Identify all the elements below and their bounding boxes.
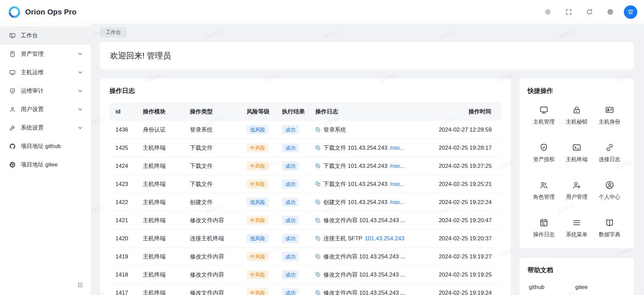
copy-icon[interactable]: [315, 163, 321, 169]
quick-action-personal-center[interactable]: 个人中心: [593, 181, 626, 201]
tab-workbench[interactable]: 工作台: [100, 27, 127, 38]
sidebar-menu: 工作台资产管理主机运维运维审计用户设置系统设置项目地址 github项目地址 g…: [0, 26, 91, 174]
sidebar-item-gitee[interactable]: 项目地址 gitee: [0, 155, 91, 174]
quick-action-label: 系统菜单: [566, 231, 587, 238]
result-badge: 成功: [282, 180, 299, 189]
log-type: 下载文件: [186, 157, 243, 175]
log-time: 2024-02-25 19:25:21: [435, 175, 501, 193]
log-table-row: 1421主机终端修改文件内容中风险成功修改文件内容 101.43.254.243…: [109, 211, 501, 230]
log-message-cell: 修改文件内容 101.43.254.243 ...: [315, 217, 431, 224]
quick-actions-card: 快捷操作 主机管理主机秘钥主机身份资产授权主机终端连接日志角色管理用户管理个人中…: [519, 79, 634, 248]
quick-action-asset-authorization[interactable]: 资产授权: [528, 143, 560, 163]
copy-icon[interactable]: [315, 217, 321, 223]
quick-action-user-management[interactable]: 用户管理: [560, 181, 593, 201]
log-id: 1417: [109, 284, 139, 295]
fullscreen-button[interactable]: [562, 6, 575, 18]
copy-icon[interactable]: [315, 127, 321, 133]
app-logo-icon: [8, 6, 21, 18]
log-table-row: 1425主机终端下载文件中风险成功下载文件 101.43.254.243/roo…: [109, 139, 501, 157]
operation-log-icon: [539, 218, 548, 227]
refresh-button[interactable]: [583, 6, 596, 18]
quick-action-operation-log[interactable]: 操作日志: [528, 218, 560, 238]
help-link-gitee[interactable]: gitee: [575, 284, 588, 291]
quick-action-data-dictionary[interactable]: 数据字典: [593, 218, 626, 238]
gitee-icon: [9, 161, 16, 168]
log-module: 主机终端: [139, 193, 186, 211]
log-type: 登录系统: [186, 121, 243, 139]
log-table-row: 1420主机终端连接主机终端低风险成功连接主机 SFTP101.43.254.2…: [109, 230, 501, 248]
log-module: 主机终端: [139, 248, 186, 266]
log-time: 2024-02-25 19:27:25: [435, 157, 501, 175]
chevron-down-icon: [77, 51, 84, 57]
settings-button[interactable]: [604, 6, 616, 18]
content-columns: 操作日志 id操作模块操作类型风险等级执行结果操作日志操作时间 1436身份认证…: [100, 79, 634, 295]
log-message: 修改文件内容 101.43.254.243 ...: [323, 271, 405, 278]
copy-icon[interactable]: [315, 272, 321, 278]
quick-action-connection-log[interactable]: 连接日志: [593, 143, 626, 163]
sidebar-item-ops-audit[interactable]: 运维审计: [0, 82, 91, 100]
quick-action-host-terminal[interactable]: 主机终端: [560, 143, 593, 163]
app-title: Orion Ops Pro: [25, 8, 77, 16]
log-table-row: 1418主机终端修改文件内容中风险成功修改文件内容 101.43.254.243…: [109, 266, 501, 284]
quick-action-label: 用户管理: [566, 194, 587, 201]
log-type: 连接主机终端: [186, 230, 243, 248]
help-link-github[interactable]: github: [529, 284, 544, 291]
result-badge: 成功: [282, 125, 299, 134]
sidebar-item-host-ops[interactable]: 主机运维: [0, 63, 91, 82]
tab-bar: 工作台: [100, 27, 634, 38]
sidebar-item-workbench[interactable]: 工作台: [0, 26, 91, 45]
log-link[interactable]: 101.43.254.243: [365, 235, 404, 242]
log-time: 2024-02-27 12:28:59: [435, 121, 501, 139]
role-management-icon: [539, 181, 548, 190]
quick-action-host-keys[interactable]: 主机秘钥: [560, 105, 593, 126]
risk-badge: 低风险: [247, 198, 268, 207]
log-time: 2024-02-25 19:22:24: [435, 193, 501, 211]
log-message-cell: 登录系统: [315, 126, 431, 133]
sidebar-item-user-settings[interactable]: 用户设置: [0, 100, 91, 118]
quick-action-role-management[interactable]: 角色管理: [528, 181, 560, 201]
log-module: 身份认证: [139, 121, 186, 139]
log-table-row: 1417主机终端修改文件内容中风险成功修改文件内容 101.43.254.243…: [109, 284, 501, 295]
collapse-sidebar-icon[interactable]: [76, 281, 84, 289]
log-time: 2024-02-25 19:20:37: [435, 230, 501, 248]
theme-button[interactable]: [541, 6, 554, 18]
log-link[interactable]: /roo...: [390, 199, 404, 206]
log-type: 修改文件内容: [186, 248, 243, 266]
log-table-row: 1436身份认证登录系统低风险成功登录系统2024-02-27 12:28:59: [109, 121, 501, 139]
refresh-icon: [586, 8, 593, 15]
log-message: 下载文件 101.43.254.243: [323, 162, 387, 169]
sidebar-item-system-settings[interactable]: 系统设置: [0, 118, 91, 137]
right-panel: 快捷操作 主机管理主机秘钥主机身份资产授权主机终端连接日志角色管理用户管理个人中…: [519, 79, 634, 295]
avatar[interactable]: 管: [624, 5, 637, 19]
risk-badge: 中风险: [247, 288, 268, 295]
log-module: 主机终端: [139, 211, 186, 230]
log-message: 修改文件内容 101.43.254.243 ...: [323, 253, 405, 260]
log-link[interactable]: /roo...: [390, 144, 404, 151]
data-dictionary-icon: [605, 218, 614, 227]
copy-icon[interactable]: [315, 199, 321, 205]
quick-action-host-management[interactable]: 主机管理: [528, 105, 560, 126]
log-link[interactable]: /roo...: [390, 162, 404, 169]
operation-log-title: 操作日志: [109, 87, 501, 95]
copy-icon[interactable]: [315, 145, 321, 151]
copy-icon[interactable]: [315, 254, 321, 259]
log-link[interactable]: /roo...: [390, 181, 404, 188]
quick-action-label: 主机身份: [599, 118, 620, 126]
log-id: 1421: [109, 211, 139, 230]
copy-icon[interactable]: [315, 236, 321, 241]
help-docs-title: 帮助文档: [528, 266, 626, 275]
log-id: 1418: [109, 266, 139, 284]
risk-badge: 低风险: [247, 125, 268, 134]
copy-icon[interactable]: [315, 181, 321, 187]
quick-action-label: 主机终端: [566, 156, 587, 163]
log-column-header: 操作模块: [139, 102, 186, 121]
sidebar-item-asset-management[interactable]: 资产管理: [0, 45, 91, 63]
log-message-cell: 创建文件 101.43.254.243/roo...: [315, 199, 431, 206]
sidebar-item-github[interactable]: 项目地址 github: [0, 137, 91, 155]
result-badge: 成功: [282, 270, 299, 279]
quick-action-system-menu[interactable]: 系统菜单: [560, 218, 593, 238]
log-time: 2024-02-25 19:20:47: [435, 211, 501, 230]
quick-action-host-identity[interactable]: 主机身份: [593, 105, 626, 126]
host-identity-icon: [605, 105, 614, 114]
copy-icon[interactable]: [315, 290, 321, 295]
